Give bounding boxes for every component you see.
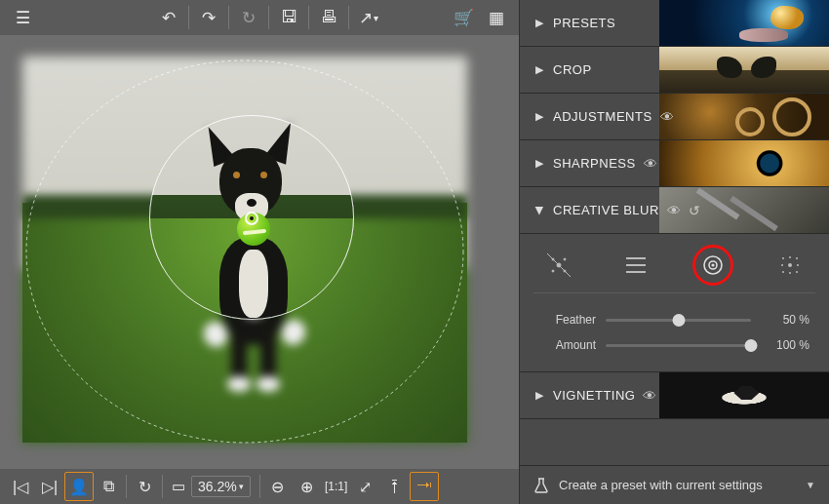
share-button[interactable]: ↗▾ — [352, 1, 385, 34]
svg-point-15 — [789, 256, 791, 258]
creative-blur-body: Feather 50 % Amount 100 % — [520, 234, 829, 372]
undo-button[interactable]: ↶ — [152, 1, 185, 34]
svg-point-19 — [782, 271, 784, 273]
section-adjustments[interactable]: ▶ ADJUSTMENTS 👁 — [520, 94, 829, 140]
blur-mode-tiltshift[interactable] — [757, 246, 823, 285]
cart-button[interactable]: 🛒 — [447, 1, 480, 34]
single-view-button[interactable]: 👤 — [64, 472, 94, 501]
blur-mode-none[interactable] — [526, 246, 592, 285]
highlight-ring — [692, 245, 733, 286]
slider-track[interactable] — [606, 344, 751, 347]
visibility-icon[interactable]: 👁 — [667, 203, 681, 218]
section-thumb — [659, 140, 829, 186]
print-button[interactable]: 🖶 — [312, 1, 345, 34]
chevron-right-icon: ▶ — [535, 110, 543, 123]
svg-point-20 — [789, 272, 791, 274]
slider-knob[interactable] — [745, 339, 758, 352]
chevron-right-icon: ▶ — [535, 157, 543, 170]
visibility-icon[interactable]: 👁 — [660, 109, 674, 125]
section-label: PRESETS — [553, 16, 615, 30]
svg-point-6 — [564, 258, 566, 260]
section-label: CROP — [553, 62, 592, 77]
section-thumb — [659, 0, 829, 46]
history-button[interactable]: ↻ — [232, 1, 265, 34]
bottom-toolbar: |◁ ▷| 👤 ⧉ ↻ ▭ 36.2%▾ ⊖ ⊕ [1:1] ⤢ ⭱ ⭲ — [0, 469, 519, 504]
rotate-button[interactable]: ↻ — [130, 472, 159, 501]
section-label: VIGNETTING — [553, 388, 635, 403]
visibility-icon[interactable]: 👁 — [643, 388, 656, 404]
section-thumb — [659, 47, 829, 93]
svg-point-16 — [796, 257, 798, 259]
slider-label: Feather — [539, 313, 596, 327]
top-toolbar: ☰ ↶ ↷ ↻ 🖫 🖶 ↗▾ 🛒 ▦ — [0, 0, 519, 35]
svg-point-17 — [781, 264, 783, 266]
svg-point-4 — [564, 270, 566, 272]
section-presets[interactable]: ▶ PRESETS — [520, 0, 829, 47]
menu-icon[interactable]: ☰ — [6, 1, 39, 34]
chevron-right-icon: ▶ — [535, 63, 543, 76]
slider-label: Amount — [539, 338, 596, 352]
fit-screen-button[interactable]: ⤢ — [351, 472, 380, 501]
reset-icon[interactable]: ↺ — [689, 203, 700, 218]
slider-knob[interactable] — [672, 314, 685, 327]
export-button[interactable]: ⭲ — [410, 472, 439, 501]
create-preset-label: Create a preset with current settings — [559, 478, 763, 492]
chevron-right-icon: ▶ — [535, 17, 543, 29]
side-panel: ▶ PRESETS ▶ CROP ▶ ADJUSTMENTS 👁 — [519, 0, 829, 504]
canvas[interactable] — [0, 35, 519, 469]
section-vignetting[interactable]: ▶ VIGNETTING 👁 — [520, 372, 829, 419]
create-preset-button[interactable]: Create a preset with current settings ▼ — [520, 465, 829, 504]
section-creative-blur[interactable]: ▶ CREATIVE BLUR 👁 ↺ — [520, 187, 829, 234]
svg-point-5 — [552, 270, 554, 272]
last-image-button[interactable]: ▷| — [35, 472, 64, 501]
svg-point-18 — [797, 264, 799, 266]
chevron-down-icon: ▼ — [806, 480, 815, 490]
redo-button[interactable]: ↷ — [192, 1, 225, 34]
first-image-button[interactable]: |◁ — [6, 472, 35, 501]
chevron-right-icon: ▶ — [535, 389, 543, 402]
chevron-down-icon: ▶ — [533, 207, 546, 214]
section-thumb — [659, 94, 829, 139]
svg-point-14 — [782, 257, 784, 259]
save-button[interactable]: 🖫 — [272, 1, 305, 34]
section-label: CREATIVE BLUR — [553, 203, 659, 217]
blur-mode-linear[interactable] — [603, 246, 669, 285]
section-label: SHARPNESS — [553, 156, 636, 171]
section-label: ADJUSTMENTS — [553, 109, 652, 124]
flask-icon — [533, 477, 549, 494]
upload-button[interactable]: ⭱ — [380, 472, 410, 501]
slider-value: 50 % — [761, 313, 809, 327]
svg-point-3 — [552, 258, 554, 260]
zoom-control[interactable]: ▭ 36.2%▾ — [172, 476, 251, 497]
zoom-value: 36.2% — [198, 479, 237, 494]
section-sharpness[interactable]: ▶ SHARPNESS 👁 — [520, 140, 829, 187]
section-crop[interactable]: ▶ CROP — [520, 47, 829, 94]
zoom-out-button[interactable]: ⊖ — [263, 472, 293, 501]
slider-track[interactable] — [606, 319, 751, 322]
svg-point-21 — [796, 271, 798, 273]
actual-size-button[interactable]: [1:1] — [322, 472, 351, 501]
visibility-icon[interactable]: 👁 — [644, 156, 657, 172]
svg-point-2 — [557, 263, 561, 267]
compare-view-button[interactable]: ⧉ — [94, 472, 123, 501]
image-preview — [22, 57, 467, 443]
section-thumb — [659, 372, 829, 418]
grid-button[interactable]: ▦ — [480, 1, 513, 34]
svg-point-13 — [788, 263, 792, 267]
blur-mode-radial[interactable] — [680, 246, 746, 285]
blur-center-handle[interactable] — [245, 212, 258, 225]
slider-value: 100 % — [761, 338, 809, 352]
zoom-in-button[interactable]: ⊕ — [293, 472, 322, 501]
slider-feather: Feather 50 % — [539, 307, 809, 332]
slider-amount: Amount 100 % — [539, 332, 809, 358]
section-thumb — [659, 187, 829, 233]
